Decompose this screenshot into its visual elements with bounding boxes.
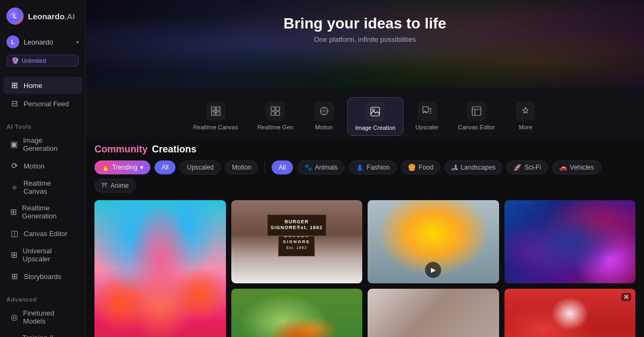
image-card-burger[interactable]: BURGERSIGNOREEst. 1862 (231, 200, 363, 283)
tool-realtime-canvas[interactable]: Realtime Canvas (186, 97, 246, 136)
image-card-colorful-woman[interactable] (94, 200, 226, 337)
image-card-chameleon[interactable] (231, 289, 363, 337)
scifi-emoji: 🚀 (514, 164, 522, 171)
sidebar-item-motion[interactable]: ⟳ Motion (3, 157, 82, 174)
chevron-down-icon: ▾ (76, 39, 79, 45)
tag-sci-fi[interactable]: 🚀 Sci-Fi (507, 160, 548, 174)
upscaler-tool-icon (418, 101, 437, 121)
svg-rect-4 (271, 112, 275, 115)
tool-upscaler[interactable]: Upscaler (408, 97, 446, 136)
user-row[interactable]: L Leonardo ▾ (0, 32, 85, 52)
tool-more[interactable]: More (507, 97, 544, 136)
user-name: Leonardo (24, 38, 72, 46)
canvas-editor-tool-icon (467, 101, 486, 121)
vehicles-emoji: 🚗 (559, 164, 567, 171)
tool-motion[interactable]: Motion (305, 97, 343, 136)
plan-badge: 🔮 Unlimited (6, 55, 79, 67)
filter-row: 🔥 Trending ▾ All Upscaled Motion All 🐾 A… (94, 160, 635, 200)
main-scroll-area: Community Creations 🔥 Trending ▾ All Ups… (86, 136, 644, 337)
canvas-editor-label: Canvas Editor (458, 124, 495, 130)
tab-all[interactable]: All (155, 160, 175, 174)
animals-emoji: 🐾 (304, 164, 312, 171)
tag-vehicles[interactable]: 🚗 Vehicles (552, 160, 601, 174)
food-emoji: 🍔 (408, 164, 416, 171)
realtime-gen-icon: ⊞ (10, 207, 18, 217)
tag-landscapes[interactable]: 🏞 Landscapes (444, 160, 502, 174)
image-card-abstract-dark[interactable] (504, 200, 636, 283)
trending-filter[interactable]: 🔥 Trending ▾ (94, 160, 150, 174)
image-gen-icon: ▣ (10, 140, 19, 149)
tab-motion[interactable]: Motion (225, 160, 258, 174)
tool-image-creation[interactable]: Image Creation (347, 97, 404, 136)
trending-icon: 🔥 (101, 164, 109, 171)
fashion-emoji: 👗 (356, 164, 364, 171)
community-header: Community Creations (94, 136, 635, 160)
hero-banner: Bring your ideas to life One platform, i… (86, 0, 644, 89)
storyboards-icon: ⊞ (10, 272, 19, 281)
sidebar-item-universal-upscaler[interactable]: ⊞ Universal Upscaler (3, 243, 82, 267)
sidebar-item-canvas-editor[interactable]: ◫ Canvas Editor (3, 225, 82, 242)
upscaler-icon: ⊞ (10, 250, 18, 260)
tag-food[interactable]: 🍔 Food (401, 160, 440, 174)
image-card-yellow-suit[interactable]: ▶ (368, 200, 499, 283)
realtime-gen-label: Realtime Gen (257, 124, 293, 130)
ai-tools-section: AI Tools (0, 119, 85, 132)
realtime-canvas-tool-icon (206, 101, 225, 121)
tag-all[interactable]: All (272, 160, 292, 174)
svg-text:L: L (13, 13, 17, 19)
sidebar-item-realtime-canvas[interactable]: ⟡ Realtime Canvas (3, 175, 82, 199)
more-tool-icon (516, 101, 535, 121)
sidebar-item-personal-feed[interactable]: ⊟ Personal Feed (3, 95, 82, 112)
hero-background (86, 0, 644, 89)
motion-label: Motion (315, 124, 333, 130)
tab-upscaled[interactable]: Upscaled (180, 160, 221, 174)
logo-avatar: L (6, 8, 24, 25)
logo[interactable]: L Leonardo.AI (0, 0, 85, 32)
upscaler-label: Upscaler (415, 124, 438, 130)
svg-rect-10 (472, 107, 481, 115)
realtime-canvas-icon: ⟡ (10, 182, 19, 192)
canvas-editor-icon: ◫ (10, 229, 19, 238)
tool-realtime-gen[interactable]: Realtime Gen (250, 97, 301, 136)
finetuned-icon: ◎ (10, 312, 19, 322)
image-creation-tool-icon (365, 102, 385, 121)
image-card-handbag[interactable] (368, 289, 499, 337)
sidebar-item-home[interactable]: ⊞ Home (3, 77, 82, 94)
image-creation-label: Image Creation (355, 124, 396, 131)
motion-icon: ⟳ (10, 161, 19, 171)
landscapes-emoji: 🏞 (451, 164, 458, 171)
tag-animals[interactable]: 🐾 Animals (297, 160, 345, 174)
feed-icon: ⊟ (10, 99, 19, 108)
svg-rect-2 (271, 107, 275, 111)
image-card-woman-art[interactable]: ⌘ (504, 289, 636, 337)
svg-rect-3 (276, 107, 280, 111)
sidebar-item-finetuned-models[interactable]: ◎ Finetuned Models (3, 305, 82, 329)
play-button[interactable]: ▶ (425, 262, 441, 278)
community-title-white: Creations (152, 144, 196, 155)
user-avatar: L (6, 35, 19, 48)
filter-separator (265, 161, 265, 174)
sidebar-item-storyboards[interactable]: ⊞ Storyboards (3, 268, 82, 285)
realtime-gen-tool-icon (266, 101, 285, 121)
svg-rect-5 (276, 112, 280, 115)
sidebar: L Leonardo.AI L Leonardo ▾ 🔮 Unlimited ⊞… (0, 0, 86, 337)
svg-rect-7 (371, 107, 379, 116)
app-name: Leonardo.AI (28, 12, 75, 21)
trending-label: Trending (112, 164, 137, 171)
community-title-pink: Community (94, 144, 148, 155)
hero-title: Bring your ideas to life (283, 15, 446, 32)
anime-emoji: ⛩ (101, 182, 108, 189)
sidebar-item-image-generation[interactable]: ▣ Image Generation (3, 133, 82, 156)
home-icon: ⊞ (10, 80, 19, 90)
tag-fashion[interactable]: 👗 Fashion (349, 160, 397, 174)
hero-subtitle: One platform, infinite possibilities (314, 35, 416, 43)
tag-anime[interactable]: ⛩ Anime (94, 179, 136, 193)
main-content: Bring your ideas to life One platform, i… (86, 0, 644, 337)
advanced-section: Advanced (0, 292, 85, 305)
sidebar-item-realtime-generation[interactable]: ⊞ Realtime Generation (3, 200, 82, 224)
plan-icon: 🔮 (11, 57, 19, 64)
tool-canvas-editor[interactable]: Canvas Editor (450, 97, 502, 136)
motion-tool-icon (314, 101, 334, 121)
more-label: More (519, 124, 532, 130)
sidebar-item-training-datasets[interactable]: ◉ Training & Datasets (3, 330, 82, 337)
